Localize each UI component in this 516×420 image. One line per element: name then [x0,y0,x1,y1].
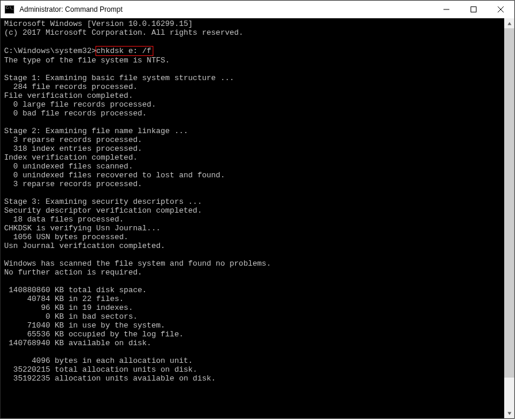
line: 0 KB in bad sectors. [4,312,137,321]
vertical-scrollbar[interactable] [504,18,514,418]
minimize-button[interactable] [433,1,460,18]
line: 18 data files processed. [4,215,124,224]
line: 65536 KB occupied by the log file. [4,330,183,339]
line: 0 large file records processed. [4,100,156,109]
titlebar[interactable]: Administrator: Command Prompt [1,1,514,18]
line: 35220215 total allocation units on disk. [4,365,198,374]
line: Stage 1: Examining basic file system str… [4,74,234,82]
content-area: Microsoft Windows [Version 10.0.16299.15… [1,18,514,418]
line: 71040 KB in use by the system. [4,321,165,330]
window-title: Administrator: Command Prompt [18,5,433,14]
window-controls [433,1,514,18]
line: Microsoft Windows [Version 10.0.16299.15… [4,19,193,28]
line: Security descriptor verification complet… [4,206,202,215]
line: No further action is required. [4,268,142,277]
line: The type of the file system is NTFS. [4,56,170,65]
line: 1056 USN bytes processed. [4,233,129,242]
line: Stage 2: Examining file name linkage ... [4,127,188,135]
line: 40784 KB in 22 files. [4,295,124,303]
line: Windows has scanned the file system and … [4,259,271,268]
line: 96 KB in 19 indexes. [4,303,133,312]
svg-rect-1 [471,7,476,12]
line: 3 reparse records processed. [4,135,142,144]
line: Index verification completed. [4,153,137,162]
cmd-icon [1,1,18,18]
line: 35192235 allocation units available on d… [4,374,216,383]
line: 0 bad file records processed. [4,109,147,118]
scroll-up-button[interactable] [504,18,514,28]
line: CHKDSK is verifying Usn Journal... [4,224,160,233]
prompt: C:\Windows\system32> [4,47,96,55]
line: (c) 2017 Microsoft Corporation. All righ… [4,28,244,37]
command-highlight: chkdsk e: /f [96,46,153,56]
scroll-track[interactable] [504,28,514,408]
line: 284 file records processed. [4,82,137,91]
line: Stage 3: Examining security descriptors … [4,197,202,206]
line: 140880860 KB total disk space. [4,286,147,295]
line: 140768940 KB available on disk. [4,339,152,348]
line: Usn Journal verification completed. [4,242,165,250]
svg-marker-5 [507,412,511,415]
line: File verification completed. [4,91,133,100]
svg-marker-4 [507,22,511,25]
line: 3 reparse records processed. [4,180,142,188]
command-prompt-window: Administrator: Command Prompt Microsoft … [0,0,515,419]
close-button[interactable] [487,1,514,18]
line: 4096 bytes in each allocation unit. [4,356,193,365]
command-text: chkdsk e: /f [96,47,152,55]
maximize-button[interactable] [460,1,487,18]
line: 0 unindexed files recovered to lost and … [4,171,225,180]
terminal-output[interactable]: Microsoft Windows [Version 10.0.16299.15… [1,18,504,418]
scroll-thumb[interactable] [504,28,514,378]
line: 0 unindexed files scanned. [4,162,133,171]
scroll-down-button[interactable] [504,408,514,418]
line: 318 index entries processed. [4,144,142,153]
